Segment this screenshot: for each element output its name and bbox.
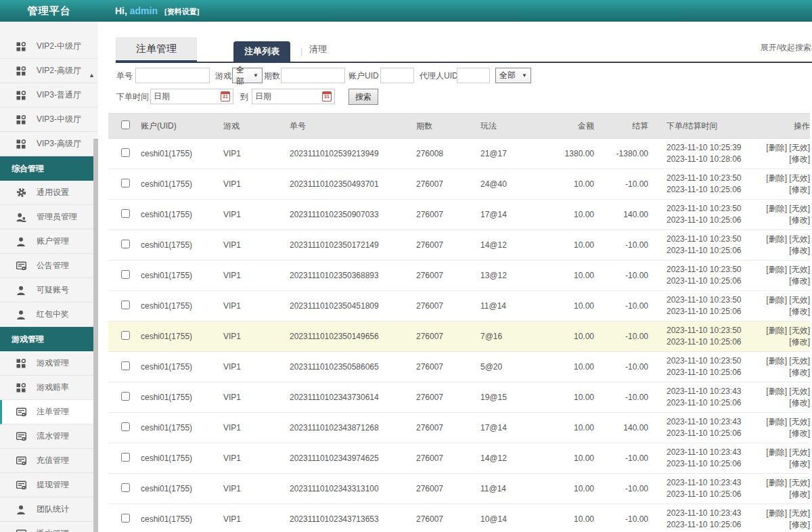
invalidate-link[interactable]: [无效] xyxy=(789,447,810,457)
edit-link[interactable]: [修改] xyxy=(789,520,810,529)
delete-link[interactable]: [删除] xyxy=(766,478,787,487)
sidebar-item-游戏赔率[interactable]: 游戏赔率 xyxy=(0,376,98,400)
row-checkbox[interactable] xyxy=(121,483,130,492)
edit-link[interactable]: [修改] xyxy=(789,489,810,499)
row-checkbox[interactable] xyxy=(121,301,130,309)
invalidate-link[interactable]: [无效] xyxy=(789,143,810,152)
sidebar-item-红包中奖[interactable]: 红包中奖 xyxy=(0,303,98,327)
tab-order-list[interactable]: 注单列表 xyxy=(233,41,290,62)
sidebar-item-VIP2-高级厅[interactable]: VIP2-高级厅 xyxy=(0,59,98,83)
sidebar-item-返水管理[interactable]: 返水管理 xyxy=(0,522,98,532)
invalidate-link[interactable]: [无效] xyxy=(789,173,810,183)
tab-divider: | xyxy=(300,47,302,56)
delete-link[interactable]: [删除] xyxy=(766,417,787,426)
invalidate-link[interactable]: [无效] xyxy=(789,326,810,335)
row-checkbox[interactable] xyxy=(121,453,130,462)
edit-link[interactable]: [修改] xyxy=(789,246,810,255)
row-checkbox[interactable] xyxy=(121,361,130,370)
sidebar-item-管理员管理[interactable]: 管理员管理 xyxy=(0,205,98,229)
profile-settings-link[interactable]: [资料设置] xyxy=(164,7,199,16)
row-checkbox[interactable] xyxy=(121,240,130,248)
edit-link[interactable]: [修改] xyxy=(789,459,810,468)
invalidate-link[interactable]: [无效] xyxy=(789,265,810,274)
sidebar-item-提现管理[interactable]: 提现管理 xyxy=(0,473,98,497)
scroll-up-icon[interactable]: ▲ xyxy=(89,72,95,79)
delete-link[interactable]: [删除] xyxy=(766,386,787,396)
select-all-checkbox[interactable] xyxy=(121,120,130,129)
row-checkbox[interactable] xyxy=(121,209,130,218)
agent-uid-input[interactable] xyxy=(457,68,490,83)
delete-link[interactable]: [删除] xyxy=(766,447,787,457)
date-to-input[interactable]: 日期 31 xyxy=(252,89,335,104)
row-checkbox[interactable] xyxy=(121,422,130,431)
order-time: 2023-11-10 10:23:43 xyxy=(667,386,754,397)
calendar-icon[interactable]: 31 xyxy=(221,91,230,102)
delete-link[interactable]: [删除] xyxy=(766,508,787,518)
invalidate-link[interactable]: [无效] xyxy=(789,478,810,487)
invalidate-link[interactable]: [无效] xyxy=(789,417,810,426)
order-no-input[interactable] xyxy=(135,68,210,83)
sidebar-item-通用设置[interactable]: 通用设置 xyxy=(0,181,98,205)
cell-play: 17@14 xyxy=(475,423,538,433)
sidebar-item-VIP3-中级厅[interactable]: VIP3-中级厅 xyxy=(0,108,98,132)
edit-link[interactable]: [修改] xyxy=(789,276,810,286)
tab-cleanup[interactable]: 清理 xyxy=(309,43,327,56)
sidebar-item-可疑账号[interactable]: 可疑账号 xyxy=(0,278,98,303)
sidebar-item-VIP3-普通厅[interactable]: VIP3-普通厅 xyxy=(0,83,98,108)
sidebar-item-label: VIP3-普通厅 xyxy=(37,89,81,101)
username-link[interactable]: admin xyxy=(130,5,158,16)
row-checkbox[interactable] xyxy=(121,179,130,187)
row-checkbox[interactable] xyxy=(121,514,130,523)
delete-link[interactable]: [删除] xyxy=(766,204,787,213)
doc-icon xyxy=(16,481,26,490)
edit-link[interactable]: [修改] xyxy=(789,398,810,407)
invalidate-link[interactable]: [无效] xyxy=(789,508,810,518)
sidebar-item-VIP3-高级厅[interactable]: VIP3-高级厅 xyxy=(0,132,98,156)
edit-link[interactable]: [修改] xyxy=(789,215,810,225)
sidebar-item-账户管理[interactable]: 账户管理 xyxy=(0,229,98,254)
row-checkbox[interactable] xyxy=(121,392,130,401)
cell-play: 17@14 xyxy=(475,210,538,219)
delete-link[interactable]: [删除] xyxy=(766,234,787,244)
calendar-icon[interactable]: 31 xyxy=(322,91,332,102)
delete-link[interactable]: [删除] xyxy=(766,143,787,152)
game-select[interactable]: 全部▼ xyxy=(232,68,263,83)
cell-actions: [删除] [无效][修改] xyxy=(754,173,810,196)
period-input[interactable] xyxy=(281,68,345,83)
search-button[interactable]: 搜索 xyxy=(348,89,378,105)
sidebar-item-VIP2-中级厅[interactable]: VIP2-中级厅 xyxy=(0,35,98,59)
invalidate-link[interactable]: [无效] xyxy=(789,234,810,244)
edit-link[interactable]: [修改] xyxy=(789,368,810,377)
edit-link[interactable]: [修改] xyxy=(789,428,810,438)
delete-link[interactable]: [删除] xyxy=(766,265,787,274)
toggle-search-link[interactable]: 展开/收起搜索栏 xyxy=(761,42,812,53)
sidebar-item-游戏管理[interactable]: 游戏管理 xyxy=(0,351,98,376)
delete-link[interactable]: [删除] xyxy=(766,326,787,335)
delete-link[interactable]: [删除] xyxy=(766,173,787,183)
invalidate-link[interactable]: [无效] xyxy=(789,204,810,213)
edit-link[interactable]: [修改] xyxy=(789,154,810,164)
cell-account: ceshi01(1755) xyxy=(135,393,218,402)
edit-link[interactable]: [修改] xyxy=(789,185,810,194)
edit-link[interactable]: [修改] xyxy=(789,337,810,347)
invalidate-link[interactable]: [无效] xyxy=(789,295,810,305)
status-select[interactable]: 全部▼ xyxy=(495,68,531,83)
sidebar-item-团队统计[interactable]: 团队统计 xyxy=(0,497,98,522)
settle-time: 2023-11-10 10:25:06 xyxy=(667,306,754,317)
date-from-input[interactable]: 日期 31 xyxy=(150,89,233,104)
column-header: 下单/结算时间 xyxy=(648,120,754,132)
edit-link[interactable]: [修改] xyxy=(789,307,810,316)
sidebar-item-充值管理[interactable]: 充值管理 xyxy=(0,449,98,473)
account-uid-input[interactable] xyxy=(380,68,414,83)
row-checkbox[interactable] xyxy=(121,270,130,279)
row-checkbox[interactable] xyxy=(121,148,130,157)
sidebar-item-公告管理[interactable]: 公告管理 xyxy=(0,254,98,278)
sidebar-item-流水管理[interactable]: 流水管理 xyxy=(0,424,98,449)
row-checkbox[interactable] xyxy=(121,331,130,340)
delete-link[interactable]: [删除] xyxy=(766,295,787,305)
invalidate-link[interactable]: [无效] xyxy=(789,356,810,365)
sidebar-item-注单管理[interactable]: 注单管理 xyxy=(0,400,98,424)
invalidate-link[interactable]: [无效] xyxy=(789,386,810,396)
delete-link[interactable]: [删除] xyxy=(766,356,787,365)
sidebar-scrollbar[interactable] xyxy=(93,139,98,532)
